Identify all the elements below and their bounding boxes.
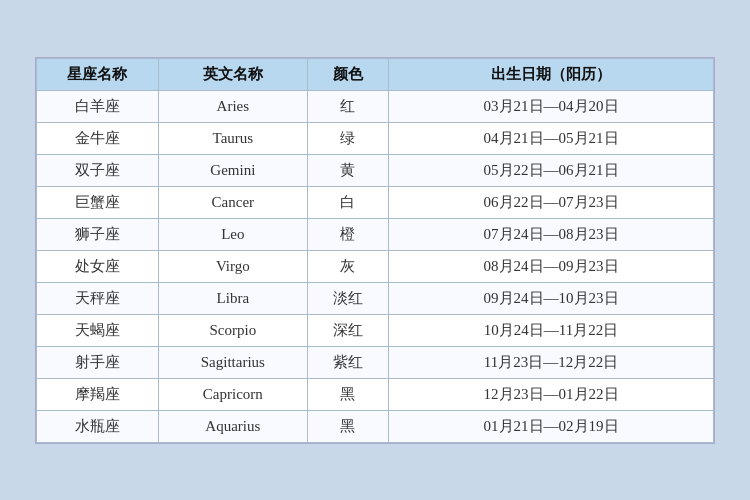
table-row: 狮子座Leo橙07月24日—08月23日 <box>37 218 714 250</box>
zodiac-table: 星座名称 英文名称 颜色 出生日期（阳历） 白羊座Aries红03月21日—04… <box>36 58 714 443</box>
cell-zh: 摩羯座 <box>37 378 159 410</box>
cell-zh: 金牛座 <box>37 122 159 154</box>
header-en: 英文名称 <box>158 58 307 90</box>
cell-en: Virgo <box>158 250 307 282</box>
cell-zh: 巨蟹座 <box>37 186 159 218</box>
cell-zh: 双子座 <box>37 154 159 186</box>
table-row: 摩羯座Capricorn黑12月23日—01月22日 <box>37 378 714 410</box>
cell-en: Sagittarius <box>158 346 307 378</box>
cell-en: Gemini <box>158 154 307 186</box>
table-row: 射手座Sagittarius紫红11月23日—12月22日 <box>37 346 714 378</box>
cell-en: Taurus <box>158 122 307 154</box>
cell-color: 灰 <box>307 250 388 282</box>
table-row: 处女座Virgo灰08月24日—09月23日 <box>37 250 714 282</box>
cell-date: 12月23日—01月22日 <box>389 378 714 410</box>
cell-zh: 天秤座 <box>37 282 159 314</box>
table-row: 双子座Gemini黄05月22日—06月21日 <box>37 154 714 186</box>
table-header-row: 星座名称 英文名称 颜色 出生日期（阳历） <box>37 58 714 90</box>
cell-zh: 处女座 <box>37 250 159 282</box>
cell-color: 绿 <box>307 122 388 154</box>
cell-en: Leo <box>158 218 307 250</box>
cell-color: 紫红 <box>307 346 388 378</box>
header-zh: 星座名称 <box>37 58 159 90</box>
cell-color: 淡红 <box>307 282 388 314</box>
cell-color: 白 <box>307 186 388 218</box>
cell-date: 03月21日—04月20日 <box>389 90 714 122</box>
header-color: 颜色 <box>307 58 388 90</box>
cell-zh: 水瓶座 <box>37 410 159 442</box>
table-row: 天蝎座Scorpio深红10月24日—11月22日 <box>37 314 714 346</box>
cell-color: 深红 <box>307 314 388 346</box>
zodiac-table-container: 星座名称 英文名称 颜色 出生日期（阳历） 白羊座Aries红03月21日—04… <box>35 57 715 444</box>
cell-zh: 射手座 <box>37 346 159 378</box>
cell-color: 红 <box>307 90 388 122</box>
table-row: 水瓶座Aquarius黑01月21日—02月19日 <box>37 410 714 442</box>
cell-en: Capricorn <box>158 378 307 410</box>
cell-en: Aries <box>158 90 307 122</box>
cell-color: 黑 <box>307 410 388 442</box>
table-row: 金牛座Taurus绿04月21日—05月21日 <box>37 122 714 154</box>
cell-color: 橙 <box>307 218 388 250</box>
table-row: 天秤座Libra淡红09月24日—10月23日 <box>37 282 714 314</box>
header-date: 出生日期（阳历） <box>389 58 714 90</box>
cell-color: 黄 <box>307 154 388 186</box>
cell-color: 黑 <box>307 378 388 410</box>
cell-en: Cancer <box>158 186 307 218</box>
cell-date: 08月24日—09月23日 <box>389 250 714 282</box>
cell-date: 07月24日—08月23日 <box>389 218 714 250</box>
cell-date: 06月22日—07月23日 <box>389 186 714 218</box>
cell-zh: 狮子座 <box>37 218 159 250</box>
cell-zh: 天蝎座 <box>37 314 159 346</box>
cell-en: Scorpio <box>158 314 307 346</box>
cell-en: Aquarius <box>158 410 307 442</box>
cell-en: Libra <box>158 282 307 314</box>
table-row: 巨蟹座Cancer白06月22日—07月23日 <box>37 186 714 218</box>
cell-date: 05月22日—06月21日 <box>389 154 714 186</box>
cell-date: 10月24日—11月22日 <box>389 314 714 346</box>
cell-date: 11月23日—12月22日 <box>389 346 714 378</box>
table-row: 白羊座Aries红03月21日—04月20日 <box>37 90 714 122</box>
cell-date: 04月21日—05月21日 <box>389 122 714 154</box>
cell-date: 09月24日—10月23日 <box>389 282 714 314</box>
cell-zh: 白羊座 <box>37 90 159 122</box>
cell-date: 01月21日—02月19日 <box>389 410 714 442</box>
